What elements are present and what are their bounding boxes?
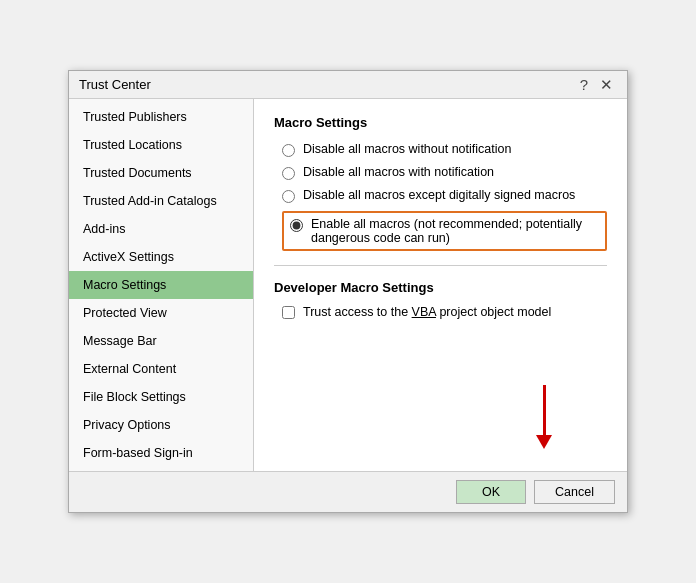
arrow-line xyxy=(543,385,546,435)
sidebar: Trusted PublishersTrusted LocationsTrust… xyxy=(69,99,254,471)
section-divider xyxy=(274,265,607,266)
dialog-footer: OK Cancel xyxy=(69,471,627,512)
sidebar-item-file-block-settings[interactable]: File Block Settings xyxy=(69,383,253,411)
sidebar-item-protected-view[interactable]: Protected View xyxy=(69,299,253,327)
vba-underline: VBA xyxy=(412,305,436,319)
vba-checkbox-item[interactable]: Trust access to the VBA project object m… xyxy=(282,305,607,319)
radio-label-disable-no-notify: Disable all macros without notification xyxy=(303,142,511,156)
radio-label-enable-all: Enable all macros (not recommended; pote… xyxy=(311,217,599,245)
sidebar-item-privacy-options[interactable]: Privacy Options xyxy=(69,411,253,439)
dialog-body: Trusted PublishersTrusted LocationsTrust… xyxy=(69,99,627,471)
sidebar-item-add-ins[interactable]: Add-ins xyxy=(69,215,253,243)
radio-item-disable-no-notify[interactable]: Disable all macros without notification xyxy=(282,142,607,157)
sidebar-item-external-content[interactable]: External Content xyxy=(69,355,253,383)
vba-checkbox[interactable] xyxy=(282,306,295,319)
macro-radio-group: Disable all macros without notificationD… xyxy=(282,142,607,251)
help-button[interactable]: ? xyxy=(576,77,592,92)
annotation-arrow xyxy=(536,385,552,449)
title-bar-controls: ? ✕ xyxy=(576,77,617,92)
radio-disable-no-notify[interactable] xyxy=(282,144,295,157)
ok-button[interactable]: OK xyxy=(456,480,526,504)
close-button[interactable]: ✕ xyxy=(596,77,617,92)
radio-disable-except-signed[interactable] xyxy=(282,190,295,203)
cancel-button[interactable]: Cancel xyxy=(534,480,615,504)
radio-disable-notify[interactable] xyxy=(282,167,295,180)
trust-center-dialog: Trust Center ? ✕ Trusted PublishersTrust… xyxy=(68,70,628,513)
radio-item-enable-all[interactable]: Enable all macros (not recommended; pote… xyxy=(282,211,607,251)
dialog-title: Trust Center xyxy=(79,77,151,92)
radio-label-disable-except-signed: Disable all macros except digitally sign… xyxy=(303,188,575,202)
sidebar-item-trusted-publishers[interactable]: Trusted Publishers xyxy=(69,103,253,131)
sidebar-item-trusted-documents[interactable]: Trusted Documents xyxy=(69,159,253,187)
title-bar: Trust Center ? ✕ xyxy=(69,71,627,99)
radio-item-disable-notify[interactable]: Disable all macros with notification xyxy=(282,165,607,180)
dev-section-title: Developer Macro Settings xyxy=(274,280,607,295)
main-content: Macro Settings Disable all macros withou… xyxy=(254,99,627,471)
sidebar-item-macro-settings[interactable]: Macro Settings xyxy=(69,271,253,299)
sidebar-item-trusted-locations[interactable]: Trusted Locations xyxy=(69,131,253,159)
sidebar-item-activex-settings[interactable]: ActiveX Settings xyxy=(69,243,253,271)
arrow-head xyxy=(536,435,552,449)
radio-enable-all[interactable] xyxy=(290,219,303,232)
radio-label-disable-notify: Disable all macros with notification xyxy=(303,165,494,179)
macro-settings-title: Macro Settings xyxy=(274,115,607,130)
vba-label: Trust access to the VBA project object m… xyxy=(303,305,551,319)
radio-item-disable-except-signed[interactable]: Disable all macros except digitally sign… xyxy=(282,188,607,203)
sidebar-item-form-based-signin[interactable]: Form-based Sign-in xyxy=(69,439,253,467)
sidebar-item-trusted-addin-catalogs[interactable]: Trusted Add-in Catalogs xyxy=(69,187,253,215)
sidebar-item-message-bar[interactable]: Message Bar xyxy=(69,327,253,355)
